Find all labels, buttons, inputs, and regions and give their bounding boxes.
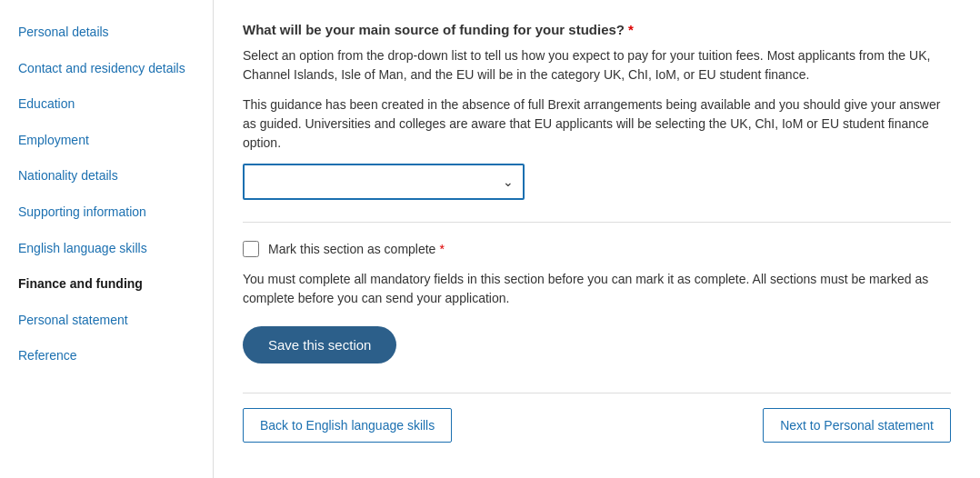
main-content: What will be your main source of funding…: [214, 0, 980, 478]
question-label: What will be your main source of funding…: [243, 22, 951, 37]
mark-complete-label[interactable]: Mark this section as complete*: [268, 242, 445, 256]
description-2: This guidance has been created in the ab…: [243, 95, 951, 153]
sidebar-item-reference[interactable]: Reference: [0, 338, 213, 374]
sidebar-item-personal-details[interactable]: Personal details: [0, 15, 213, 51]
sidebar-item-personal-statement[interactable]: Personal statement: [0, 303, 213, 339]
back-button[interactable]: Back to English language skills: [243, 408, 452, 443]
sidebar: Personal details Contact and residency d…: [0, 0, 214, 478]
description-1: Select an option from the drop-down list…: [243, 46, 951, 85]
section-divider: [243, 222, 951, 223]
sidebar-item-nationality-details[interactable]: Nationality details: [0, 158, 213, 194]
sidebar-item-contact-residency[interactable]: Contact and residency details: [0, 51, 213, 87]
sidebar-item-supporting-information[interactable]: Supporting information: [0, 194, 213, 231]
sidebar-item-employment[interactable]: Employment: [0, 123, 213, 159]
next-button[interactable]: Next to Personal statement: [763, 408, 951, 443]
sidebar-item-english-language-skills[interactable]: English language skills: [0, 231, 213, 267]
funding-source-select[interactable]: [243, 164, 525, 200]
funding-source-select-wrapper: ⌄: [243, 164, 525, 200]
checkbox-required-star: *: [439, 242, 444, 256]
sidebar-item-finance-and-funding[interactable]: Finance and funding: [0, 266, 213, 303]
mark-complete-row: Mark this section as complete*: [243, 241, 951, 257]
bottom-navigation: Back to English language skills Next to …: [243, 393, 951, 443]
mark-complete-checkbox[interactable]: [243, 241, 259, 257]
save-button[interactable]: Save this section: [243, 326, 396, 363]
validation-text: You must complete all mandatory fields i…: [243, 270, 951, 308]
sidebar-item-education[interactable]: Education: [0, 86, 213, 123]
required-star: *: [628, 22, 634, 37]
